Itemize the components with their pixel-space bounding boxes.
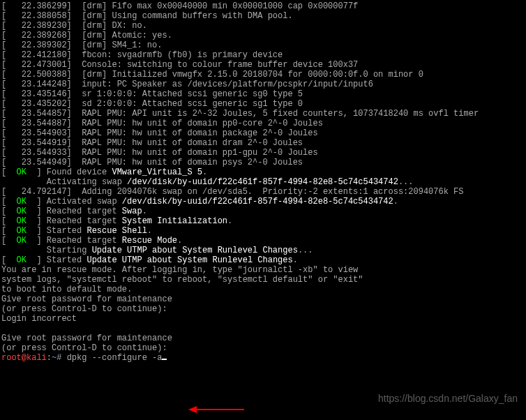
log-line: [ OK ] Started Update UTMP about System … [1,255,525,265]
log-line: (or press Control-D to continue): [1,304,525,314]
log-line: [ OK ] Found device VMware_Virtual_S 5. [1,167,525,177]
log-line: Give root password for maintenance [1,294,525,304]
annotation-arrow-icon [188,405,244,414]
log-line: [ 23.544903] RAPL PMU: hw unit of domain… [1,128,525,138]
log-line: (or press Control-D to continue): [1,343,525,353]
log-line: [ 22.389268] [drm] Atomic: yes. [1,31,525,40]
log-line: [ 23.544857] RAPL PMU: API unit is 2^-32… [1,109,525,119]
log-line: [ 24.792147] Adding 2094076k swap on /de… [1,187,525,197]
svg-marker-1 [188,406,197,413]
log-line: [ 23.544887] RAPL PMU: hw unit of domain… [1,119,525,128]
log-line: [ 22.500388] [drm] Initialized vmwgfx 2.… [1,70,525,80]
log-line: Activating swap /dev/disk/by-uuid/f22c46… [1,177,525,187]
terminal-output: [ 22.386299] [drm] Fifo max 0x00040000 m… [0,0,526,364]
shell-prompt[interactable]: root@kali:~# dpkg --configure -a [1,353,525,363]
log-line: [ OK ] Reached target Swap. [1,207,525,216]
log-line: [ 22.412180] fbcon: svgadrmfb (fb0) is p… [1,50,525,60]
log-line: You are in rescue mode. After logging in… [1,265,525,275]
log-line: [ OK ] Activated swap /dev/disk/by-uuid/… [1,197,525,207]
log-line: Login incorrect [1,314,525,324]
log-line: [ 23.435146] sr 1:0:0:0: Attached scsi g… [1,89,525,99]
log-line: Starting Update UTMP about System Runlev… [1,246,525,255]
log-line: [ 22.386299] [drm] Fifo max 0x00040000 m… [1,1,525,11]
cursor-icon [162,359,167,360]
log-line: [ 23.435202] sd 2:0:0:0: Attached scsi g… [1,99,525,109]
log-line: [ 22.388058] [drm] Using command buffers… [1,11,525,21]
prompt-user-host: root@kali [1,353,47,363]
log-line: system logs, "systemctl reboot" to reboo… [1,275,525,285]
log-line: [ 22.473001] Console: switching to colou… [1,60,525,70]
log-line: [ OK ] Started Rescue Shell. [1,226,525,236]
log-line: [ 23.544949] RAPL PMU: hw unit of domain… [1,158,525,167]
log-line: [ 22.389230] [drm] DX: no. [1,21,525,31]
log-line: [ 22.389302] [drm] SM4_1: no. [1,40,525,50]
log-line: [ 23.544933] RAPL PMU: hw unit of domain… [1,148,525,158]
prompt-hash: # [57,353,66,363]
log-line: [ OK ] Reached target Rescue Mode. [1,236,525,246]
log-line: to boot into default mode. [1,285,525,294]
log-line: [ 23.544919] RAPL PMU: hw unit of domain… [1,138,525,148]
log-line [1,324,525,333]
prompt-separator: : [47,353,52,363]
log-line: [ OK ] Reached target System Initializat… [1,216,525,226]
log-line: Give root password for maintenance [1,333,525,343]
watermark-text: https://blog.csdn.net/Galaxy_fan [378,393,518,403]
command-input[interactable]: dpkg --configure -a [67,353,163,363]
log-line: [ 23.144248] input: PC Speaker as /devic… [1,80,525,89]
